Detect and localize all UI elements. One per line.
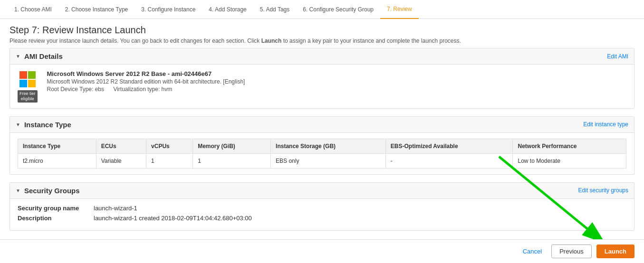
ami-description: Microsoft Windows 2012 R2 Standard editi… <box>47 78 626 85</box>
svg-rect-2 <box>19 80 27 87</box>
cell-storage: EBS only <box>271 153 386 168</box>
nav-step-choose-ami-label: 1. Choose AMI <box>14 6 52 13</box>
cell-ecus: Variable <box>96 153 146 168</box>
nav-step-choose-instance-type[interactable]: 2. Choose Instance Type <box>58 0 135 19</box>
subtitle-bold: Launch <box>261 38 282 44</box>
sg-description-label: Description <box>18 215 94 222</box>
sg-description-value: launch-wizard-1 created 2018-02-09T14:04… <box>94 215 252 222</box>
footer: Cancel Previous Launch <box>0 239 644 263</box>
nav-step-configure-security-group[interactable]: 6. Configure Security Group <box>296 0 380 19</box>
col-network-performance: Network Performance <box>513 139 626 153</box>
instance-type-toggle-icon[interactable]: ▼ <box>16 122 20 127</box>
page-subtitle: Please review your instance launch detai… <box>10 38 634 44</box>
security-groups-title-area: ▼ Security Groups <box>16 187 80 195</box>
instance-type-body: Instance Type ECUs vCPUs Memory (GiB) In… <box>10 133 634 174</box>
security-groups-body: Security group name launch-wizard-1 Desc… <box>10 199 634 230</box>
ami-details-section: ▼ AMI Details Edit AMI Free tier eligibl… <box>10 48 634 109</box>
cancel-button[interactable]: Cancel <box>518 245 547 258</box>
nav-step-configure-security-group-label: 6. Configure Security Group <box>303 6 374 13</box>
subtitle-pre: Please review your instance launch detai… <box>10 38 261 44</box>
ami-section-title: AMI Details <box>24 52 63 60</box>
free-tier-badge: Free tier eligible <box>18 90 38 103</box>
sg-name-label: Security group name <box>18 205 94 212</box>
svg-rect-0 <box>19 71 27 79</box>
ami-info: Microsoft Windows Server 2012 R2 Base - … <box>47 70 626 93</box>
cell-network-performance: Low to Moderate <box>513 153 626 168</box>
col-ecus: ECUs <box>96 139 146 153</box>
col-ebs-optimized: EBS-Optimized Available <box>385 139 513 153</box>
sg-description-row: Description launch-wizard-1 created 2018… <box>18 215 626 222</box>
nav-step-review[interactable]: 7. Review <box>380 0 419 19</box>
col-vcpus: vCPUs <box>146 139 193 153</box>
instance-type-table: Instance Type ECUs vCPUs Memory (GiB) In… <box>18 139 626 169</box>
security-groups-section: ▼ Security Groups Edit security groups S… <box>10 182 634 231</box>
ami-root-device: Root Device Type: ebs <box>47 86 105 93</box>
edit-instance-type-link[interactable]: Edit instance type <box>583 121 628 128</box>
previous-button[interactable]: Previous <box>551 244 592 258</box>
ami-title-area: ▼ AMI Details <box>16 52 63 60</box>
instance-type-header: ▼ Instance Type Edit instance type <box>10 117 634 133</box>
instance-type-row: t2.micro Variable 1 1 EBS only - Low to … <box>18 153 626 168</box>
nav-step-add-tags[interactable]: 5. Add Tags <box>253 0 297 19</box>
instance-type-section: ▼ Instance Type Edit instance type Insta… <box>10 116 634 175</box>
svg-rect-3 <box>28 80 36 87</box>
security-groups-section-title: Security Groups <box>24 187 80 195</box>
col-memory: Memory (GiB) <box>193 139 271 153</box>
instance-type-section-title: Instance Type <box>24 121 71 129</box>
nav-step-choose-ami[interactable]: 1. Choose AMI <box>8 0 58 19</box>
cell-instance-type: t2.micro <box>18 153 96 168</box>
col-storage: Instance Storage (GB) <box>271 139 386 153</box>
nav-step-configure-instance[interactable]: 3. Configure Instance <box>135 0 202 19</box>
ami-meta: Root Device Type: ebs Virtualization typ… <box>47 86 626 93</box>
ami-virtualization: Virtualization type: hvm <box>113 86 172 93</box>
cell-vcpus: 1 <box>146 153 193 168</box>
subtitle-post: to assign a key pair to your instance an… <box>281 38 461 44</box>
nav-step-review-label: 7. Review <box>387 6 412 12</box>
nav-step-add-storage[interactable]: 4. Add Storage <box>202 0 253 19</box>
cell-ebs-optimized: - <box>385 153 513 168</box>
nav-step-choose-instance-type-label: 2. Choose Instance Type <box>65 6 128 13</box>
edit-security-groups-link[interactable]: Edit security groups <box>578 187 628 194</box>
nav-step-add-storage-label: 4. Add Storage <box>209 6 246 13</box>
instance-type-table-header-row: Instance Type ECUs vCPUs Memory (GiB) In… <box>18 139 626 153</box>
cell-memory: 1 <box>193 153 271 168</box>
content-area: ▼ AMI Details Edit AMI Free tier eligibl… <box>0 48 644 234</box>
col-instance-type: Instance Type <box>18 139 96 153</box>
ami-toggle-icon[interactable]: ▼ <box>16 54 20 59</box>
nav-step-add-tags-label: 5. Add Tags <box>260 6 290 13</box>
top-navigation: 1. Choose AMI 2. Choose Instance Type 3.… <box>0 0 644 19</box>
windows-logo-icon <box>19 70 37 88</box>
security-groups-header: ▼ Security Groups Edit security groups <box>10 183 634 199</box>
page-title: Step 7: Review Instance Launch <box>10 25 634 36</box>
instance-type-title-area: ▼ Instance Type <box>16 121 71 129</box>
launch-button[interactable]: Launch <box>596 244 634 258</box>
edit-ami-link[interactable]: Edit AMI <box>607 53 628 60</box>
sg-name-value: launch-wizard-1 <box>94 205 137 212</box>
page-header: Step 7: Review Instance Launch Please re… <box>0 19 644 48</box>
nav-step-configure-instance-label: 3. Configure Instance <box>141 6 195 13</box>
ami-details-header: ▼ AMI Details Edit AMI <box>10 48 634 65</box>
svg-rect-1 <box>28 71 36 79</box>
ami-body: Free tier eligible Microsoft Windows Ser… <box>10 65 634 108</box>
sg-name-row: Security group name launch-wizard-1 <box>18 205 626 212</box>
security-groups-toggle-icon[interactable]: ▼ <box>16 188 20 193</box>
ami-name: Microsoft Windows Server 2012 R2 Base - … <box>47 70 626 77</box>
